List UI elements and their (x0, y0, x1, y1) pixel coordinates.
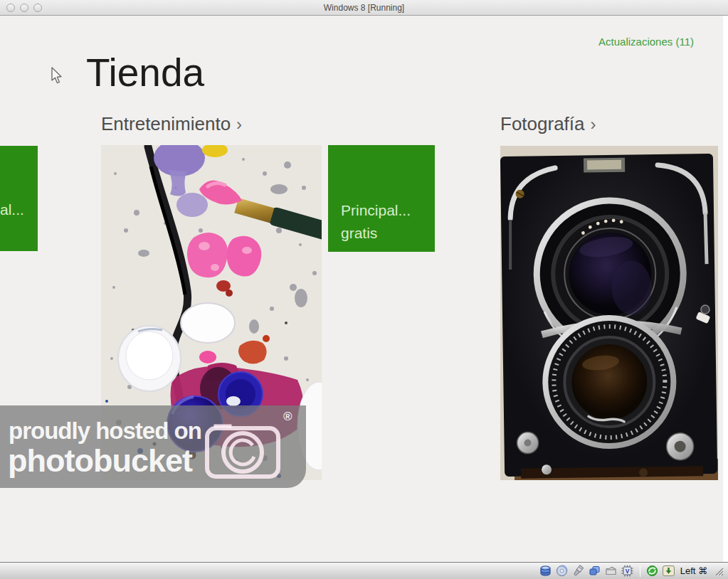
chevron-right-icon: › (236, 115, 242, 134)
shared-folders-icon[interactable] (605, 565, 618, 578)
tile-camera-photo[interactable]: 1:2.8 f=6cm (500, 146, 718, 480)
usb-icon[interactable] (572, 565, 585, 578)
window-title: Windows 8 [Running] (0, 0, 728, 16)
vm-screen: Actualizaciones (11) Tienda Entretenimie… (0, 16, 723, 562)
host-key-label: Left ⌘ (680, 565, 707, 576)
photobucket-watermark: proudly hosted on photobucket ® (0, 405, 306, 488)
tile-principal-gratis[interactable]: Principal... gratis (328, 145, 435, 252)
watermark-line2: photobucket (8, 442, 192, 479)
section-fotografia[interactable]: Fotografía› (500, 113, 596, 135)
updates-link[interactable]: Actualizaciones (11) (598, 36, 694, 48)
tile-label-line1: Principal... (341, 199, 411, 222)
tile-label-line2: gratis (341, 222, 411, 245)
tile-left-partial[interactable]: al... (0, 146, 38, 251)
section-entretenimiento[interactable]: Entretenimiento› (101, 113, 242, 135)
tile-label: Principal... gratis (341, 199, 411, 244)
network-icon[interactable] (646, 565, 659, 578)
mouse-cursor-icon (50, 67, 63, 88)
resize-grip[interactable] (714, 566, 724, 576)
vbox-statusbar: V Left ⌘ (0, 562, 728, 579)
svg-text:V: V (626, 568, 630, 575)
titlebar[interactable]: Windows 8 [Running] (0, 0, 728, 16)
chevron-right-icon: › (591, 115, 596, 134)
features-chip-icon[interactable]: V (621, 565, 634, 578)
host-key-indicator-icon[interactable] (663, 565, 675, 578)
hard-disks-icon[interactable] (539, 565, 552, 578)
section-label: Entretenimiento (101, 113, 231, 134)
virtualbox-window: Windows 8 [Running] Actualizaciones (11)… (0, 0, 728, 579)
page-title: Tienda (86, 50, 204, 95)
section-label: Fotografía (500, 113, 585, 134)
window-right-margin (723, 16, 728, 562)
tile-label: al... (0, 201, 24, 218)
photobucket-camera-icon (204, 423, 281, 482)
optical-disc-icon[interactable] (556, 565, 569, 578)
registered-mark: ® (283, 410, 292, 424)
statusbar-separator (640, 565, 640, 577)
watermark-line1: proudly hosted on (9, 418, 201, 445)
display-icon[interactable] (589, 565, 601, 578)
